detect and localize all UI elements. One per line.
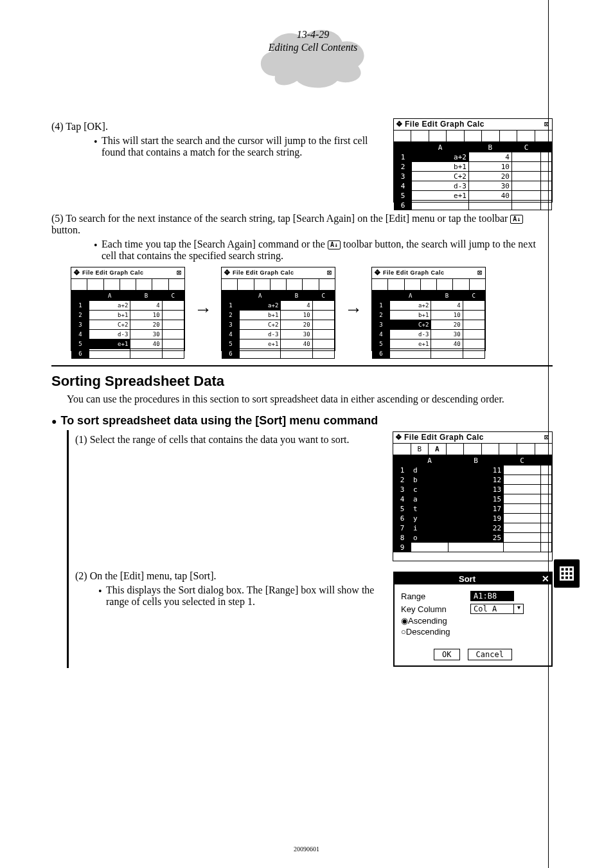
section-title: Editing Cell Contents <box>252 41 374 54</box>
seq-screenshot-1: ❖File Edit Graph Calc⊠ ABC 1a+24 2b+110 … <box>71 267 185 351</box>
sort-step-2-bullet: This displays the Sort dialog box. The [… <box>106 584 380 608</box>
footer-date: 20090601 <box>0 845 613 853</box>
step-5: (5) To search for the next instance of t… <box>51 213 553 236</box>
sorting-heading: Sorting Spreadsheet Data <box>51 373 553 390</box>
sort-step-1: (1) Select the range of cells that conta… <box>75 434 380 446</box>
bullet-dot: • <box>94 135 102 158</box>
seq-screenshot-2: ❖File Edit Graph Calc⊠ ABC 1a+24 2b+110 … <box>221 267 335 351</box>
spreadsheet-section-icon <box>554 559 580 588</box>
cancel-button[interactable]: Cancel <box>468 649 512 660</box>
bullet-dot: • <box>98 584 106 608</box>
app-icon: ❖ <box>394 119 405 130</box>
step-4-bullet: This will start the search and the curso… <box>102 135 380 158</box>
seq-screenshot-3: ❖File Edit Graph Calc⊠ ABC 1a+24 2b+110 … <box>371 267 486 351</box>
ok-button[interactable]: OK <box>434 649 459 660</box>
key-column-label: Key Column <box>401 605 470 613</box>
bullet-dot: • <box>94 239 102 262</box>
dialog-close-icon[interactable]: ✕ <box>540 574 551 583</box>
sort-step-2: (2) On the [Edit] menu, tap [Sort]. <box>75 570 380 582</box>
right-rule <box>548 0 549 868</box>
ascending-radio[interactable]: ◉ Ascending <box>401 617 545 625</box>
range-label: Range <box>401 592 470 601</box>
dialog-title: Sort <box>395 575 540 583</box>
section-divider <box>51 365 553 366</box>
chevron-down-icon: ▾ <box>514 604 524 614</box>
arrow-right-icon: → <box>194 299 212 320</box>
close-icon: ⊠ <box>541 119 552 130</box>
search-again-icon: A↓ <box>510 215 523 224</box>
svg-rect-0 <box>560 567 573 580</box>
toolbar <box>394 131 552 142</box>
screenshot-step4: ❖ File Edit Graph Calc ⊠ A B C <box>393 118 553 203</box>
step-4: (4) Tap [OK]. <box>51 121 380 132</box>
descending-radio[interactable]: ○ Descending <box>401 628 545 636</box>
sort-dialog: Sort ✕ Range A1:B8 Key Column Co <box>393 572 553 667</box>
menu-bar: File Edit Graph Calc <box>405 119 541 130</box>
step-5-bullet: Each time you tap the [Search Again] com… <box>102 239 553 262</box>
sheet-table: A B C 1a+24 2b+110 3C+220 4d-330 5e+140 … <box>394 142 552 210</box>
arrow-right-icon: → <box>344 299 362 320</box>
header-cloud: 13-4-29 Editing Cell Contents <box>252 19 374 93</box>
sorting-intro: You can use the procedures in this secti… <box>67 393 553 405</box>
page-ref: 13-4-29 <box>252 28 374 41</box>
sort-subheading: ●To sort spreadsheet data using the [Sor… <box>51 414 553 428</box>
search-again-icon: A↓ <box>328 240 341 249</box>
key-column-select[interactable]: Col A ▾ <box>470 604 524 614</box>
screenshot-sort-data: ❖File Edit Graph Calc⊠ BA ABC 1d11 2b12 … <box>393 431 553 561</box>
range-field[interactable]: A1:B8 <box>470 591 514 601</box>
